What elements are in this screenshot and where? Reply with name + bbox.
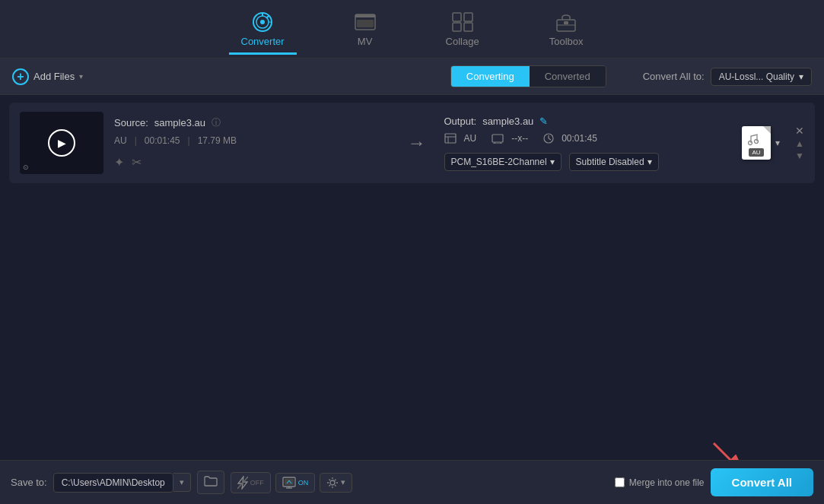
output-dims: --x-- [511,133,528,144]
convert-arrow: → [408,132,426,154]
lightning-off-button[interactable]: OFF [231,472,271,493]
nav-collage-label: Collage [446,36,479,47]
mv-icon [355,11,376,33]
nav-item-toolbox[interactable]: Toolbox [537,5,596,53]
svg-point-30 [755,140,759,144]
audio-codec-chevron: ▾ [550,157,555,167]
folder-button[interactable] [197,471,224,494]
toolbox-icon [555,11,577,33]
format-icon [444,133,457,144]
info-icon[interactable]: ⓘ [212,116,221,129]
convert-all-to-section: Convert All to: AU-Lossl... Quality ▾ [643,68,812,86]
svg-rect-14 [453,23,461,31]
settings-icon [326,477,339,489]
svg-rect-15 [464,23,472,31]
output-section: Output: sample3.au ✎ AU [444,116,720,171]
close-item-button[interactable]: ✕ [795,125,804,136]
svg-line-28 [549,138,551,140]
source-label: Source: [114,117,148,128]
play-button[interactable]: ▶ [48,129,75,157]
duration-icon [543,133,554,144]
output-row: Output: sample3.au ✎ [444,116,720,127]
tab-group: Converting Converted [450,65,606,87]
audio-codec-select[interactable]: PCM_S16BE-2Channel ▾ [444,153,562,171]
item-controls: ✕ ▲ ▼ [795,125,804,160]
add-files-dropdown-icon: ▾ [79,72,83,81]
file-size: 17.79 MB [198,135,237,146]
convert-all-to-label: Convert All to: [643,71,705,82]
save-to-label: Save to: [11,477,47,488]
file-format: AU [114,135,127,146]
output-selects: PCM_S16BE-2Channel ▾ Subtitle Disabled ▾ [444,153,720,171]
svg-rect-17 [564,21,568,24]
output-format-row: AU --x-- 00:01:45 [444,133,720,144]
settings-button[interactable]: ▾ [320,473,352,493]
file-duration: 00:01:45 [145,135,180,146]
svg-point-38 [330,480,335,485]
toolbar: + Add Files ▾ Converting Converted Conve… [0,59,824,95]
add-files-button[interactable]: + Add Files ▾ [12,68,83,85]
file-actions: ✦ ✂ [114,155,390,170]
source-row: Source: sample3.au ⓘ [114,116,390,129]
nav-converter-label: Converter [241,36,285,47]
file-meta: AU | 00:01:45 | 17.79 MB [114,135,390,146]
svg-rect-8 [357,20,374,27]
output-file-icon-container: AU ▾ [737,126,771,160]
settings-chevron: ▾ [341,477,345,487]
bottom-tools: OFF ON ▾ [231,472,353,493]
file-item: ▶ ⊙ Source: sample3.au ⓘ AU | 00:01:45 |… [9,103,815,183]
merge-checkbox[interactable] [615,477,625,487]
audio-codec-value: PCM_S16BE-2Channel [451,157,547,167]
file-icon-dropdown-btn[interactable]: ▾ [775,138,780,148]
path-input[interactable]: C:\Users\ADMIN\Desktop [53,473,173,493]
edit-pencil-icon[interactable]: ✎ [539,116,548,127]
thumbnail-badge: ⊙ [23,163,29,171]
tab-converted[interactable]: Converted [530,66,606,87]
nav-item-converter[interactable]: Converter [229,5,297,53]
tab-converting[interactable]: Converting [451,66,530,87]
svg-rect-19 [445,134,456,143]
file-doc: AU [742,126,771,160]
file-format-badge: AU [749,148,763,157]
plus-icon: + [12,68,29,85]
monitor-icon [282,477,296,489]
format-label: AU-Lossl... Quality [719,71,794,82]
music-note-icon [746,132,760,146]
main-content: ▶ ⊙ Source: sample3.au ⓘ AU | 00:01:45 |… [0,95,824,460]
nav-mv-label: MV [358,36,373,47]
scissors-icon[interactable]: ✂ [132,155,142,170]
file-thumbnail[interactable]: ▶ ⊙ [20,112,103,174]
path-input-group: C:\Users\ADMIN\Desktop ▾ [53,473,191,493]
source-filename: sample3.au [154,117,205,128]
format-chevron-icon: ▾ [799,71,803,82]
svg-rect-22 [492,135,503,142]
bottom-bar: Save to: C:\Users\ADMIN\Desktop ▾ OFF [0,460,824,504]
format-select-button[interactable]: AU-Lossl... Quality ▾ [711,68,812,86]
monitor-button[interactable]: ON [275,473,316,493]
output-duration: 00:01:45 [562,133,597,144]
nav-item-mv[interactable]: MV [342,5,388,53]
svg-point-29 [749,141,752,145]
nav-item-collage[interactable]: Collage [434,5,492,53]
convert-all-button[interactable]: Convert All [711,468,813,496]
output-filename: sample3.au [482,116,533,127]
path-value: C:\Users\ADMIN\Desktop [62,477,165,488]
resolution-icon [492,133,504,144]
svg-line-4 [266,16,269,18]
add-files-label: Add Files [33,71,75,82]
output-format: AU [464,133,477,144]
converter-icon [252,11,273,33]
subtitle-select[interactable]: Subtitle Disabled ▾ [569,153,659,171]
path-dropdown-button[interactable]: ▾ [173,473,191,492]
nav-toolbox-label: Toolbox [549,36,584,47]
svg-rect-12 [453,13,461,21]
monitor-on-label: ON [298,479,309,487]
move-down-button[interactable]: ▼ [795,151,804,160]
collage-icon [452,11,473,33]
move-up-button[interactable]: ▲ [795,139,804,148]
file-info: Source: sample3.au ⓘ AU | 00:01:45 | 17.… [114,116,390,170]
svg-point-2 [260,20,265,24]
top-navigation: Converter MV Collage [0,0,824,59]
merge-label: Merge into one file [629,477,705,488]
star-icon[interactable]: ✦ [114,155,124,170]
